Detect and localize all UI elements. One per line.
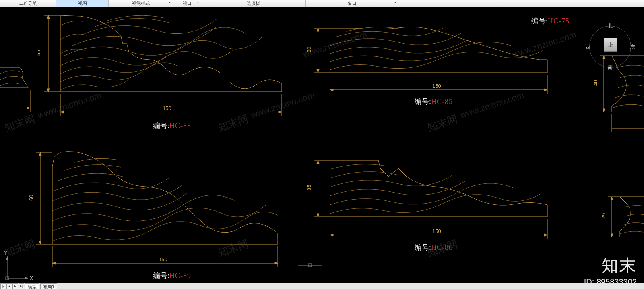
menu-label: 视觉样式 [132, 1, 150, 6]
dim-hc86-w: 150 [432, 228, 441, 234]
label-prefix-hc88: 编号: [153, 122, 169, 130]
label-prefix-hc89: 编号: [153, 272, 169, 280]
chevron-down-icon [197, 2, 199, 3]
dim-hc85-w: 150 [432, 83, 441, 89]
menu-viewport[interactable]: 视口 [173, 0, 201, 7]
compass-south[interactable]: 南 [586, 64, 634, 71]
label-code-hc75: HC-75 [548, 17, 570, 25]
menu-label: 选项板 [247, 1, 260, 6]
label-prefix-hc86: 编号: [415, 243, 431, 252]
menu-window[interactable]: 窗口 [306, 0, 398, 7]
dim-hc88-w: 150 [163, 105, 171, 111]
drawing-canvas[interactable]: 55 150 编号:HC-88 [0, 7, 644, 283]
dim-hc86-h: 35 [306, 185, 312, 191]
svg-text:编号:HC-75: 编号:HC-75 [531, 17, 570, 25]
menu-palette[interactable]: 选项板 [201, 0, 306, 7]
tab-nav-prev[interactable]: ◂ [6, 283, 12, 289]
label-prefix-hc85: 编号: [415, 98, 431, 106]
view-cube[interactable]: 北 南 西 东 上 [586, 23, 634, 71]
profile-hc89: 60 150 编号:HC-89 [28, 152, 278, 280]
tab-nav-last[interactable]: ▸| [19, 283, 24, 289]
svg-text:编号:HC-85: 编号:HC-85 [415, 98, 453, 106]
compass-north[interactable]: 北 [586, 23, 634, 29]
label-code-hc88: HC-88 [169, 122, 191, 130]
dim-hc85-h: 30 [306, 47, 312, 52]
compass-west[interactable]: 西 [585, 44, 590, 50]
label-code-hc86: HC-86 [431, 243, 453, 252]
dim-hc88-h: 55 [35, 50, 41, 56]
compass-east[interactable]: 东 [630, 44, 635, 50]
tab-layout1[interactable]: 布局1 [40, 283, 57, 289]
chevron-down-icon [394, 2, 396, 3]
menu-label: 视图 [78, 1, 87, 6]
svg-text:编号:HC-86: 编号:HC-86 [415, 243, 453, 252]
profile-hc86: 35 150 编号:HC-86 [306, 160, 547, 252]
dim-right2-h: 29 [601, 213, 607, 219]
profile-hc88: 55 150 编号:HC-88 [35, 15, 282, 130]
chevron-down-icon [169, 2, 171, 3]
drawing-svg: 55 150 编号:HC-88 [0, 7, 644, 289]
label-prefix-hc75: 编号: [531, 17, 548, 25]
brand-logo: 知末 [601, 254, 637, 277]
layout-tabs: |◂ ◂ ▸ ▸| 模型 布局1 [0, 283, 644, 289]
menu-label: 视口 [183, 1, 192, 6]
axis-y-label: Y [4, 250, 7, 256]
svg-text:编号:HC-88: 编号:HC-88 [153, 122, 191, 130]
menu-view[interactable]: 视图 [56, 0, 109, 7]
tab-model[interactable]: 模型 [25, 283, 39, 289]
menu-bar: 二维导航 视图 视觉样式 视口 选项板 窗口 [0, 0, 644, 7]
axis-x-label: X [30, 275, 33, 281]
label-code-hc89: HC-89 [169, 272, 191, 280]
profile-edge-right-2: 29 [601, 197, 644, 237]
crosshair-cursor [298, 254, 322, 277]
tab-nav-next[interactable]: ▸ [12, 283, 18, 289]
dim-hc89-h: 60 [28, 195, 34, 201]
label-code-hc85: HC-85 [431, 98, 453, 106]
svg-text:编号:HC-89: 编号:HC-89 [153, 272, 191, 280]
tab-nav-first[interactable]: |◂ [0, 283, 6, 289]
menu-2d-nav[interactable]: 二维导航 [0, 0, 56, 7]
profile-hc85: 30 150 编号:HC-85 [306, 27, 547, 106]
ucs-icon[interactable]: X Y [4, 250, 33, 281]
menu-visual-style[interactable]: 视觉样式 [109, 0, 173, 7]
dim-hc89-w: 150 [159, 256, 167, 262]
dim-right1-h: 40 [592, 80, 599, 86]
view-cube-face[interactable]: 上 [604, 38, 617, 52]
menu-label: 二维导航 [19, 1, 37, 6]
menu-label: 窗口 [348, 1, 357, 6]
profile-edge-left [0, 68, 30, 112]
